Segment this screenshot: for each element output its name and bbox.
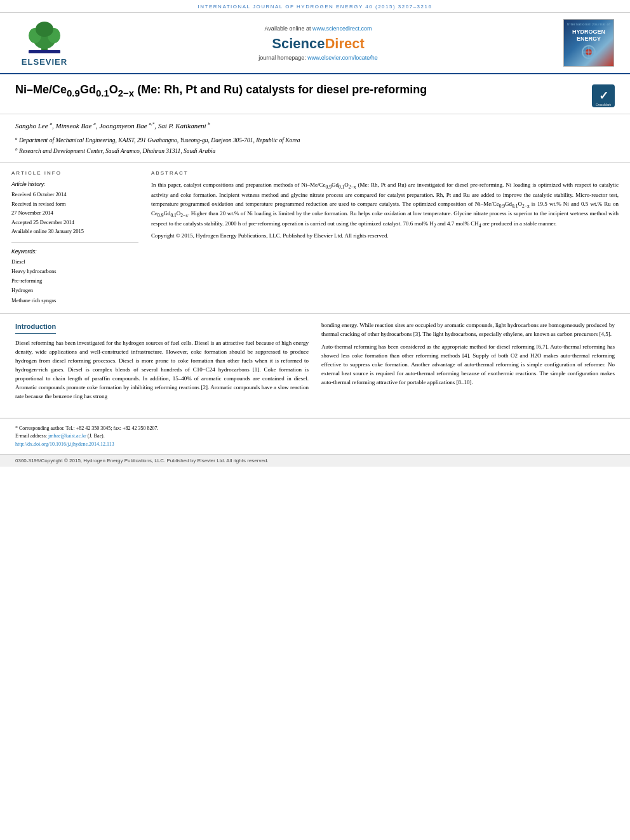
intro-p3: Auto-thermal reforming has been consider… <box>321 343 615 387</box>
page: INTERNATIONAL JOURNAL OF HYDROGEN ENERGY… <box>0 0 630 467</box>
journal-title: INTERNATIONAL JOURNAL OF HYDROGEN ENERGY… <box>198 4 432 10</box>
article-title: Ni–Me/Ce0.9Gd0.1O2−x (Me: Rh, Pt and Ru)… <box>15 82 586 100</box>
footer-corresponding: * Corresponding author. Tel.: +82 42 350… <box>15 425 615 449</box>
article-info-heading: ARTICLE INFO <box>11 170 138 176</box>
body-two-col: Introduction Diesel reforming has been i… <box>15 321 615 405</box>
abstract-heading: ABSTRACT <box>151 170 619 176</box>
journal-bar: INTERNATIONAL JOURNAL OF HYDROGEN ENERGY… <box>0 0 630 13</box>
history-label: Article history: <box>11 181 138 187</box>
article-history: Article history: Received 6 October 2014… <box>11 181 138 236</box>
abstract-copyright: Copyright © 2015, Hydrogen Energy Public… <box>151 232 619 241</box>
accepted-date: Accepted 25 December 2014 <box>11 218 138 227</box>
authors-line: Sangho Lee a, Minseok Bae a, Joongmyeon … <box>15 121 615 131</box>
keyword-4: Hydrogen <box>11 286 138 295</box>
info-divider <box>11 243 138 243</box>
revised-date: Received in revised form27 November 2014 <box>11 199 138 218</box>
affiliation-2: b Research and Development Center, Saudi… <box>15 146 615 156</box>
footer-section: * Corresponding author. Tel.: +82 42 350… <box>0 418 630 454</box>
issn-bar: 0360-3199/Copyright © 2015, Hydrogen Ene… <box>15 458 269 463</box>
intro-p2: bonding energy. While reaction sites are… <box>321 321 615 339</box>
article-info-col: ARTICLE INFO Article history: Received 6… <box>11 170 138 305</box>
keyword-1: Diesel <box>11 257 138 267</box>
elsevier-logo-area: ELSEVIER <box>13 19 76 67</box>
svg-text:✓: ✓ <box>599 90 608 102</box>
journal-homepage-label: journal homepage: <box>258 55 306 61</box>
journal-homepage: journal homepage: www.elsevier.com/locat… <box>258 55 378 61</box>
author-email[interactable]: jmbae@kaist.ac.kr <box>48 433 86 439</box>
abstract-paragraph: In this paper, catalyst compositions and… <box>151 181 619 229</box>
svg-text:CrossMark: CrossMark <box>596 103 612 107</box>
svg-point-4 <box>36 22 53 37</box>
body-col-left: Introduction Diesel reforming has been i… <box>15 321 309 405</box>
doi-link[interactable]: http://dx.doi.org/10.1016/j.ijhydene.201… <box>15 441 114 447</box>
journal-homepage-link[interactable]: www.elsevier.com/locate/he <box>307 55 378 61</box>
abstract-col: ABSTRACT In this paper, catalyst composi… <box>151 170 619 305</box>
keyword-5: Methane rich syngas <box>11 296 138 305</box>
header-center: Available online at www.sciencedirect.co… <box>83 19 554 67</box>
elsevier-label: ELSEVIER <box>22 57 67 67</box>
elsevier-logo: ELSEVIER <box>22 20 67 67</box>
title-content: Ni–Me/Ce0.9Gd0.1O2−x (Me: Rh, Pt and Ru)… <box>15 82 586 100</box>
title-section: Ni–Me/Ce0.9Gd0.1O2−x (Me: Rh, Pt and Ru)… <box>0 74 630 114</box>
svg-rect-5 <box>29 50 60 53</box>
sciencedirect-logo: ScienceDirect <box>272 36 365 52</box>
author-1: Sangho Lee <box>15 122 48 130</box>
crossmark-icon: ✓ CrossMark <box>592 84 615 107</box>
available-online: Available online at www.sciencedirect.co… <box>265 25 372 32</box>
body-col-right: bonding energy. While reaction sites are… <box>321 321 615 405</box>
article-info-abstract: ARTICLE INFO Article history: Received 6… <box>0 163 630 314</box>
keywords-list: Diesel Heavy hydrocarbons Pre-reforming … <box>11 257 138 305</box>
footer-bar: 0360-3199/Copyright © 2015, Hydrogen Ene… <box>0 454 630 467</box>
cover-graphic-icon <box>576 44 601 60</box>
received-date: Received 6 October 2014 <box>11 190 138 199</box>
crossmark-area: ✓ CrossMark <box>592 82 615 109</box>
keyword-3: Pre-reforming <box>11 276 138 286</box>
intro-p1: Diesel reforming has been investigated f… <box>15 339 309 401</box>
elsevier-tree-icon <box>22 20 67 55</box>
journal-cover: International Journal of HYDROGENENERGY <box>563 19 614 67</box>
email-label: E-mail address: <box>15 433 47 439</box>
introduction-heading: Introduction <box>15 321 56 334</box>
journal-cover-area: International Journal of HYDROGENENERGY <box>560 19 617 67</box>
authors-section: Sangho Lee a, Minseok Bae a, Joongmyeon … <box>0 114 630 163</box>
keywords-label: Keywords: <box>11 248 138 255</box>
author-2: Minseok Bae <box>55 122 91 130</box>
cover-title-top: International Journal of <box>567 22 610 27</box>
affiliation-1: a Department of Mechanical Engineering, … <box>15 135 615 145</box>
corresponding-note: * Corresponding author. Tel.: +82 42 350… <box>15 425 158 431</box>
abstract-text: In this paper, catalyst compositions and… <box>151 181 619 241</box>
available-date: Available online 30 January 2015 <box>11 227 138 236</box>
keyword-2: Heavy hydrocarbons <box>11 267 138 276</box>
sciencedirect-url: www.sciencedirect.com <box>312 25 372 32</box>
email-who: (J. Bae). <box>88 433 105 439</box>
cover-title-main: HYDROGENENERGY <box>572 29 605 43</box>
header: ELSEVIER Available online at www.science… <box>0 13 630 74</box>
author-4: Sai P. Katikaneni <box>158 122 206 130</box>
author-3: Joongmyeon Bae <box>99 122 147 130</box>
body-section: Introduction Diesel reforming has been i… <box>0 314 630 413</box>
